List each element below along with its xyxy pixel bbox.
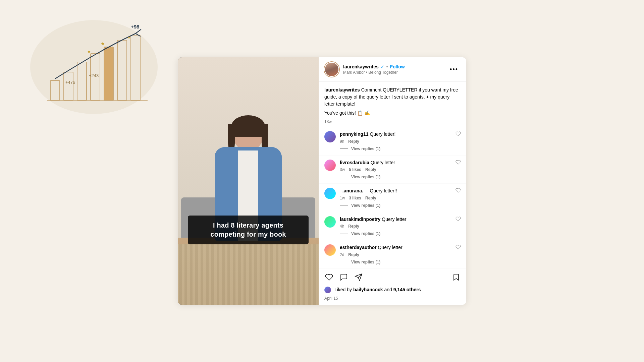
comment-meta: 9h Reply	[340, 139, 451, 144]
svg-text:+476: +476	[65, 80, 75, 85]
view-replies-button[interactable]: View replies (1)	[351, 260, 380, 264]
comment-username[interactable]: livrosdarubia	[340, 160, 369, 165]
view-replies-button[interactable]: View replies (1)	[351, 146, 380, 151]
view-replies-row: View replies (1)	[340, 231, 461, 236]
person-hair-side-left	[228, 124, 235, 150]
dash-line	[340, 177, 348, 177]
svg-rect-1	[50, 80, 60, 101]
svg-rect-3	[77, 62, 87, 101]
comment-content: Query letter	[371, 160, 395, 165]
follow-button[interactable]: Follow	[390, 64, 405, 69]
comment-avatar	[324, 244, 336, 256]
post-media: I had 8 literary agents competing for my…	[178, 57, 319, 305]
reply-button[interactable]: Reply	[365, 196, 376, 200]
svg-text:★: ★	[127, 36, 130, 39]
person-hair	[231, 115, 265, 137]
svg-point-0	[30, 20, 158, 114]
dash-line	[340, 234, 348, 234]
svg-rect-4	[91, 54, 100, 101]
post-time: 13w	[324, 119, 332, 124]
caption-main-text: laurenkaywrites Comment QUERYLETTER if y…	[324, 86, 461, 108]
comment-body: laurakimdinpoetry Query letter 4h Reply	[340, 216, 451, 229]
comment-avatar	[324, 160, 336, 171]
username-label[interactable]: laurenkaywrites	[343, 64, 379, 69]
comment-button[interactable]	[339, 273, 348, 282]
liker-avatar	[324, 287, 331, 293]
and-label: and	[384, 287, 393, 292]
share-button[interactable]	[354, 273, 363, 282]
caption-bottom: 13w	[324, 119, 461, 124]
post-date: April 15	[319, 295, 466, 305]
liker-username[interactable]: bailyhancock	[353, 287, 383, 292]
comment-body: pennyking11 Query letter! 9h Reply	[340, 131, 451, 144]
comment-text: pennyking11 Query letter!	[340, 131, 451, 138]
like-comment-button[interactable]	[455, 188, 461, 194]
username-row: laurenkaywrites ✓ • Follow	[343, 64, 447, 69]
caption-emoji: You've got this! 📋 ✍️	[324, 110, 461, 117]
likes-row: Liked by bailyhancock and 9,145 others	[319, 285, 466, 295]
comment-body: estherdayauthor Query letter 2d Reply	[340, 244, 451, 257]
comment-username[interactable]: estherdayauthor	[340, 245, 377, 250]
view-replies-button[interactable]: View replies (1)	[351, 175, 380, 179]
reply-button[interactable]: Reply	[348, 224, 359, 229]
view-replies-row: View replies (1)	[340, 260, 461, 264]
svg-text:+243: +243	[89, 73, 99, 78]
comment-content: Query letter!!	[370, 188, 397, 193]
comment-avatar	[324, 216, 336, 228]
comment-username[interactable]: laurakimdinpoetry	[340, 217, 380, 222]
comment-time: 2d	[340, 252, 344, 257]
person-figure	[201, 117, 295, 285]
view-replies-row: View replies (1)	[340, 203, 461, 208]
view-replies-row: View replies (1)	[340, 146, 461, 151]
like-comment-button[interactable]	[455, 160, 461, 166]
comments-section[interactable]: pennyking11 Query letter! 9h Reply	[319, 127, 466, 269]
comment-meta: 2d Reply	[340, 252, 451, 257]
avatar	[324, 62, 339, 77]
reply-button[interactable]: Reply	[365, 167, 376, 172]
dot-separator: •	[386, 64, 388, 69]
comment-top: laurakimdinpoetry Query letter 4h Reply	[324, 216, 461, 229]
music-label: Mark Ambor • Belong Together	[343, 70, 447, 75]
reply-button[interactable]: Reply	[348, 139, 359, 144]
likes-count[interactable]: 9,145 others	[393, 287, 421, 292]
person-hair-side-right	[262, 124, 268, 150]
comment-avatar	[324, 131, 336, 142]
comment-content: Query letter	[382, 217, 406, 222]
dash-line	[340, 205, 348, 205]
reply-button[interactable]: Reply	[348, 252, 359, 257]
comment-username[interactable]: _.anurana.__	[340, 188, 369, 193]
post-actions	[319, 269, 466, 285]
like-comment-button[interactable]	[455, 216, 461, 223]
svg-text:★: ★	[87, 49, 91, 54]
caption-username-inline[interactable]: laurenkaywrites	[324, 87, 360, 93]
comment-avatar	[324, 188, 336, 199]
comment-meta: 3w 5 likes Reply	[340, 167, 451, 172]
comment-top: _.anurana.__ Query letter!! 1w 3 likes R…	[324, 188, 461, 200]
like-comment-button[interactable]	[455, 244, 461, 251]
svg-text:★: ★	[101, 41, 105, 46]
comment-body: _.anurana.__ Query letter!! 1w 3 likes R…	[340, 188, 451, 200]
comment-time: 4h	[340, 224, 344, 229]
comment-top: pennyking11 Query letter! 9h Reply	[324, 131, 461, 144]
view-replies-button[interactable]: View replies (1)	[351, 231, 380, 236]
comment-username[interactable]: pennyking11	[340, 131, 369, 137]
liked-by-label: Liked by	[334, 287, 353, 292]
post-caption: laurenkaywrites Comment QUERYLETTER if y…	[319, 82, 466, 127]
comment-likes: 3 likes	[349, 196, 361, 200]
like-comment-button[interactable]	[455, 131, 461, 137]
comment-meta: 1w 3 likes Reply	[340, 196, 451, 200]
bookmark-button[interactable]	[451, 273, 461, 282]
comment-item: _.anurana.__ Query letter!! 1w 3 likes R…	[319, 184, 466, 212]
avatar-image	[325, 63, 338, 76]
svg-rect-5	[104, 47, 113, 101]
comment-item: laurakimdinpoetry Query letter 4h Reply	[319, 212, 466, 241]
svg-rect-2	[64, 72, 73, 101]
view-replies-button[interactable]: View replies (1)	[351, 203, 380, 208]
comment-top: estherdayauthor Query letter 2d Reply	[324, 244, 461, 257]
like-button[interactable]	[324, 273, 334, 282]
svg-rect-6	[117, 40, 127, 101]
comment-time: 3w	[340, 167, 345, 172]
dash-line	[340, 262, 348, 262]
more-options-button[interactable]: •••	[447, 65, 461, 74]
video-caption-text: I had 8 literary agents competing for my…	[210, 222, 286, 238]
